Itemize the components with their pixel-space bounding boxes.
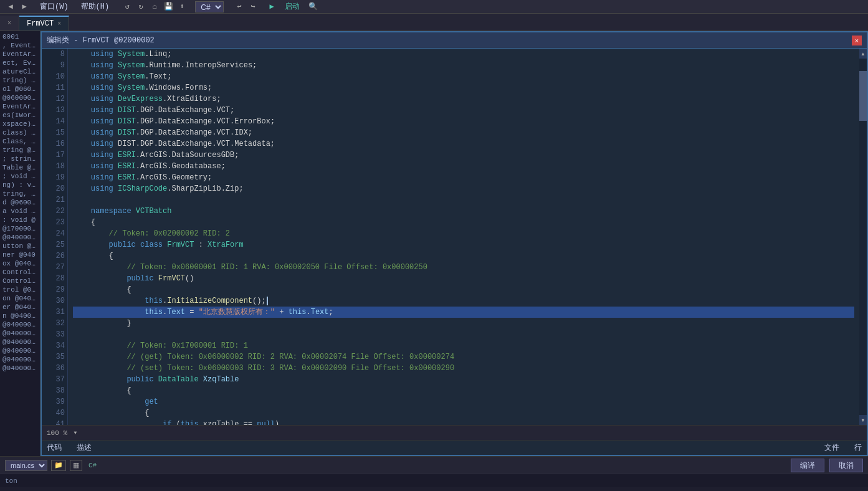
sidebar-item-2[interactable]: EventArgs) xyxy=(0,50,40,59)
editor-container: 编辑类 - FrmVCT @02000002 × 8 9 10 11 12 13… xyxy=(41,31,868,456)
sidebar-item-8[interactable]: EventArgs xyxy=(0,102,40,111)
refresh-icon[interactable]: ↺ xyxy=(122,1,133,12)
sidebar-item-6[interactable]: ol @06000 xyxy=(0,85,40,93)
ln-8: 8 xyxy=(44,49,65,60)
main-area: 0001 , EventArg EventArgs) ect, EventAr … xyxy=(0,31,868,456)
code-line-9: using System.Runtime.InteropServices; xyxy=(73,60,854,71)
sidebar-item-36[interactable]: @04000000 xyxy=(0,346,40,355)
sidebar-item-10[interactable]: xspace) : Li xyxy=(0,120,40,128)
tab-unnamed[interactable]: × xyxy=(0,16,19,31)
lang-select[interactable]: C# xyxy=(195,1,224,12)
sidebar-item-18[interactable]: tring, bool xyxy=(0,189,40,198)
vertical-scrollbar[interactable]: ▲ ▼ xyxy=(859,49,867,425)
ln-9: 9 xyxy=(44,60,65,71)
export-icon[interactable]: ⬆ xyxy=(176,1,188,12)
sidebar-item-23[interactable]: @04000000 xyxy=(0,233,40,242)
forward-icon[interactable]: ▶ xyxy=(19,1,30,12)
scroll-thumb[interactable] xyxy=(859,71,867,121)
cancel-button[interactable]: 取消 xyxy=(829,459,863,472)
sidebar-item-34[interactable]: @04000000 xyxy=(0,329,40,338)
ln-30: 30 xyxy=(44,295,65,307)
sidebar-item-0[interactable]: 0001 xyxy=(0,32,40,41)
line-label: 行 xyxy=(854,442,862,453)
sidebar-item-17[interactable]: ng) : void (b xyxy=(0,181,40,189)
home-icon[interactable]: ⌂ xyxy=(149,1,160,12)
save-icon[interactable]: 💾 xyxy=(163,1,174,12)
sidebar-item-31[interactable]: er @04000 xyxy=(0,303,40,312)
sidebar-item-26[interactable]: ox @04000 xyxy=(0,259,40,268)
sidebar-item-bottom[interactable]: @04000005 xyxy=(0,364,40,373)
sidebar-item-1[interactable]: , EventArg xyxy=(0,41,40,50)
zoom-dropdown-icon[interactable]: ▼ xyxy=(70,427,81,439)
tab-frmvct[interactable]: FrmVCT × xyxy=(19,16,69,31)
scroll-down-btn[interactable]: ▼ xyxy=(859,415,867,425)
code-line-28: public FrmVCT() xyxy=(73,273,854,284)
sidebar-item-29[interactable]: trol @0400 xyxy=(0,285,40,294)
code-line-38: { xyxy=(73,385,854,396)
sidebar-item-22[interactable]: @17000000 xyxy=(0,224,40,233)
code-line-27: // Token: 0x06000001 RID: 1 RVA: 0x00002… xyxy=(73,262,854,273)
tab-label: FrmVCT xyxy=(27,19,54,28)
window-menu[interactable]: 窗口(W) xyxy=(37,0,71,13)
ln-19: 19 xyxy=(44,172,65,183)
sidebar-item-25[interactable]: ner @040 xyxy=(0,250,40,259)
file-folder-btn[interactable]: 📁 xyxy=(51,460,66,471)
sidebar-item-28[interactable]: Control @040 xyxy=(0,277,40,285)
code-line-36: // (set) Token: 0x06000003 RID: 3 RVA: 0… xyxy=(73,363,854,374)
tab-close-icon[interactable]: × xyxy=(7,20,11,27)
file-bar-right: 编译 取消 xyxy=(791,459,863,472)
sidebar-item-21[interactable]: : void @ xyxy=(0,216,40,224)
desc-label: 描述 xyxy=(77,442,92,453)
sidebar-item-24[interactable]: utton @040 xyxy=(0,242,40,250)
refresh2-icon[interactable]: ↻ xyxy=(135,1,146,12)
sidebar-item-32[interactable]: n @040000 xyxy=(0,312,40,320)
scroll-up-btn[interactable]: ▲ xyxy=(859,49,867,59)
sidebar-item-35[interactable]: @04000000 xyxy=(0,338,40,346)
compile-button[interactable]: 编译 xyxy=(791,459,824,472)
sidebar-item-15[interactable]: Table @06 xyxy=(0,163,40,172)
bottom-status-row: ton xyxy=(0,474,868,487)
code-line-29: { xyxy=(73,284,854,295)
sidebar-item-11[interactable]: class) : IFiel xyxy=(0,128,40,137)
sidebar-item-27[interactable]: Control @0 xyxy=(0,268,40,277)
ln-38: 38 xyxy=(44,385,65,396)
file-select[interactable]: main.cs xyxy=(5,460,47,471)
sidebar-item-33[interactable]: @04000000 xyxy=(0,320,40,329)
sidebar-item-12[interactable]: Class, IFeat xyxy=(0,137,40,146)
play-icon[interactable]: ▶ xyxy=(266,1,277,12)
sidebar-item-13[interactable]: tring @06 xyxy=(0,146,40,155)
search-icon[interactable]: 🔍 xyxy=(307,1,318,12)
desc-bar: 代码 描述 文件 行 xyxy=(42,440,867,455)
sidebar-item-16[interactable]: ; void @06 xyxy=(0,172,40,181)
file-bar: main.cs 📁 ▦ C# 编译 取消 xyxy=(0,456,868,474)
code-line-18: using ESRI.ArcGIS.Geodatabase; xyxy=(73,161,854,172)
sidebar-item-37[interactable]: @04000000 xyxy=(0,355,40,364)
file-bar-left: main.cs 📁 ▦ C# xyxy=(5,460,99,471)
tab-close-active-icon[interactable]: × xyxy=(57,21,61,27)
code-content[interactable]: using System.Linq; using System.Runtime.… xyxy=(68,49,859,425)
sidebar-item-4[interactable]: atureClass, xyxy=(0,67,40,76)
redo-icon[interactable]: ↪ xyxy=(247,1,259,12)
zoom-level: 100 % xyxy=(47,429,67,437)
sidebar-item-19[interactable]: d @060000 xyxy=(0,198,40,207)
code-line-32: } xyxy=(73,318,854,329)
sidebar-item-14[interactable]: ; string @0 xyxy=(0,155,40,163)
file-grid-btn[interactable]: ▦ xyxy=(70,460,82,471)
back-icon[interactable]: ◀ xyxy=(5,1,16,12)
sidebar-item-5[interactable]: tring) : bo xyxy=(0,76,40,85)
editor-close-button[interactable]: × xyxy=(852,36,862,45)
sidebar-item-7[interactable]: @06000001 xyxy=(0,93,40,102)
sidebar-item-20[interactable]: a void @06 xyxy=(0,207,40,216)
ln-26: 26 xyxy=(44,250,65,262)
help-menu[interactable]: 帮助(H) xyxy=(79,0,112,13)
undo-icon[interactable]: ↩ xyxy=(234,1,245,12)
ln-28: 28 xyxy=(44,273,65,284)
sidebar-item-9[interactable]: es(IWorksp xyxy=(0,111,40,120)
code-line-21 xyxy=(73,194,854,206)
run-button[interactable]: 启动 xyxy=(285,1,300,12)
sidebar-item-30[interactable]: on @04000 xyxy=(0,294,40,303)
ln-20: 20 xyxy=(44,183,65,194)
ln-14: 14 xyxy=(44,116,65,127)
sidebar-item-3[interactable]: ect, EventAr xyxy=(0,59,40,67)
ln-18: 18 xyxy=(44,161,65,172)
